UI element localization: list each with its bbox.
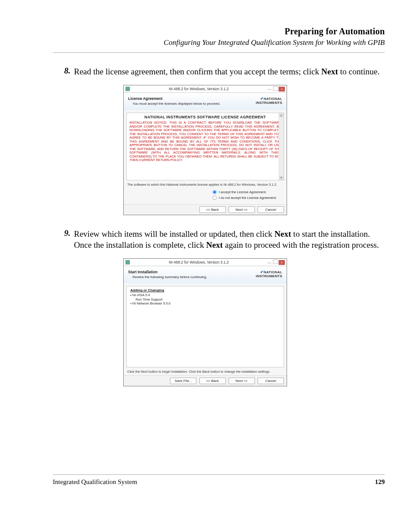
banner-title: License Agreement xyxy=(128,96,221,101)
decline-radio-input[interactable] xyxy=(213,196,217,200)
brand-checkmark-icon: ✔ xyxy=(260,96,264,101)
page-number: 129 xyxy=(375,478,385,486)
brand-name-top: NATIONAL xyxy=(264,270,282,274)
step-text-part: again to proceed with the registration p… xyxy=(223,240,379,249)
back-button[interactable]: << Back xyxy=(199,378,226,384)
banner-subtitle: You must accept the licenses displayed b… xyxy=(133,102,221,106)
titlebar: NI-488.2 for Windows, Version 3.1.2 — × xyxy=(124,85,287,93)
titlebar: NI-488.2 for Windows, Version 3.1.2 — × xyxy=(124,259,287,266)
list-item: • NI Network Browser 5.5.0 xyxy=(130,301,280,305)
brand-logo: ✔NATIONAL INSTRUMENTS xyxy=(251,96,282,105)
license-text-area[interactable]: NATIONAL INSTRUMENTS SOFTWARE LICENSE AG… xyxy=(126,113,284,180)
decline-radio-label: I do not accept the License Agreement. xyxy=(219,196,277,200)
maximize-icon[interactable] xyxy=(273,86,278,91)
step-text-part: to continue. xyxy=(338,67,379,76)
license-heading: NATIONAL INSTRUMENTS SOFTWARE LICENSE AG… xyxy=(129,115,281,119)
scrollbar[interactable]: ▴ ▾ xyxy=(279,113,284,180)
step-number: 8. xyxy=(53,66,74,77)
install-note: Click the Next button to begin installat… xyxy=(124,367,287,375)
license-dialog: NI-488.2 for Windows, Version 3.1.2 — × … xyxy=(123,85,287,215)
install-summary-list: Adding or Changing • NI-VISA 5.4 Run Tim… xyxy=(126,286,284,367)
decline-radio[interactable]: I do not accept the License Agreement. xyxy=(212,195,287,201)
app-icon xyxy=(125,260,130,264)
step-text: Review which items will be installed or … xyxy=(74,228,385,250)
next-button[interactable]: Next >> xyxy=(228,378,255,384)
brand-checkmark-icon: ✔ xyxy=(260,270,264,274)
step-9: 9. Review which items will be installed … xyxy=(53,228,385,250)
step-bold: Next xyxy=(321,67,338,76)
list-subitem: Run Time Support xyxy=(136,297,280,301)
license-body: INSTALLATION NOTICE: THIS IS A CONTRACT.… xyxy=(129,121,281,162)
brand-logo: ✔NATIONAL INSTRUMENTS xyxy=(251,270,282,278)
scroll-up-icon[interactable]: ▴ xyxy=(279,113,284,117)
close-icon[interactable]: × xyxy=(279,87,285,92)
step-text: Read the license agreement, then confirm… xyxy=(74,66,385,77)
footer-product-name: Integrated Qualification System xyxy=(53,478,137,486)
cancel-button[interactable]: Cancel xyxy=(258,378,284,384)
step-number: 9. xyxy=(53,228,74,250)
brand-name-bottom: INSTRUMENTS xyxy=(256,101,282,105)
minimize-icon[interactable]: — xyxy=(266,260,273,265)
window-title: NI-488.2 for Windows, Version 3.1.2 xyxy=(132,260,266,264)
save-file-button[interactable]: Save File... xyxy=(170,378,196,384)
banner-title: Start Installation xyxy=(128,270,207,274)
step-bold: Next xyxy=(206,240,223,249)
minimize-icon[interactable]: — xyxy=(266,87,273,92)
header-rule xyxy=(53,52,385,53)
step-8: 8. Read the license agreement, then conf… xyxy=(53,66,385,77)
list-heading: Adding or Changing xyxy=(130,288,280,292)
brand-name-top: NATIONAL xyxy=(264,97,282,101)
scroll-down-icon[interactable]: ▾ xyxy=(279,176,284,180)
page-section-subtitle: Configuring Your Integrated Qualificatio… xyxy=(53,38,385,47)
maximize-icon[interactable] xyxy=(273,260,278,264)
license-applies-note: The software to which this National Inst… xyxy=(124,180,287,188)
close-icon[interactable]: × xyxy=(279,260,285,265)
cancel-button[interactable]: Cancel xyxy=(258,206,284,213)
accept-radio[interactable]: I accept the License Agreement. xyxy=(212,189,287,195)
page-section-title: Preparing for Automation xyxy=(53,26,385,37)
step-text-part: Read the license agreement, then confirm… xyxy=(74,67,321,76)
app-icon xyxy=(125,87,130,91)
step-text-part: Review which items will be installed or … xyxy=(74,229,274,238)
window-title: NI-488.2 for Windows, Version 3.1.2 xyxy=(132,87,266,91)
list-item: • NI-VISA 5.4 xyxy=(130,293,280,297)
step-bold: Next xyxy=(274,229,291,238)
brand-name-bottom: INSTRUMENTS xyxy=(256,274,282,278)
accept-radio-label: I accept the License Agreement. xyxy=(219,190,267,194)
accept-radio-input[interactable] xyxy=(213,190,217,194)
next-button[interactable]: Next >> xyxy=(228,206,255,213)
back-button[interactable]: << Back xyxy=(199,206,226,213)
start-installation-dialog: NI-488.2 for Windows, Version 3.1.2 — × … xyxy=(123,258,287,386)
banner-subtitle: Review the following summary before cont… xyxy=(133,275,207,279)
